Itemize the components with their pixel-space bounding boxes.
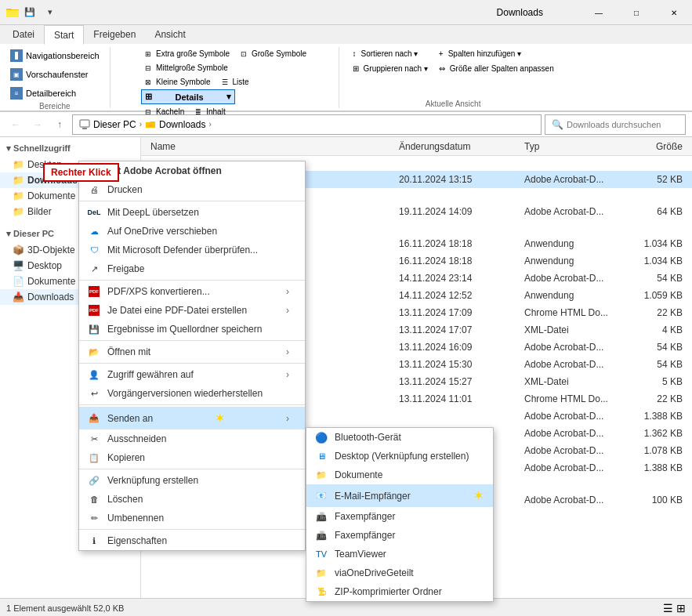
file-type-exe2: Anwendung <box>521 255 623 266</box>
ctx-properties[interactable]: ℹ Eigenschaften <box>79 531 305 550</box>
ctx-share[interactable]: ↗ Freigabe <box>79 259 305 278</box>
ctx-pdf-convert[interactable]: PDF PDF/XPS konvertieren... › <box>79 282 305 301</box>
svg-rect-4 <box>82 128 87 129</box>
ctx-open-acrobat[interactable]: A Mit Adobe Acrobat öffnen <box>79 161 305 180</box>
ctx-print[interactable]: 🖨 Drucken <box>79 180 305 199</box>
tab-start[interactable]: Start <box>44 25 84 45</box>
ctx-rename[interactable]: ✏ Umbenennen <box>79 509 305 527</box>
ribbon-btn-list[interactable]: ☰ Liste <box>218 75 253 89</box>
back-button[interactable]: ← <box>6 115 25 134</box>
ribbon-group-ansicht: ↕ Sortieren nach ▾ ⊞ Gruppieren nach ▾ +… <box>349 47 564 108</box>
ctx-deepl[interactable]: DeL Mit DeepL übersetzen <box>79 203 305 222</box>
ribbon-btn-extra-large[interactable]: ⊞ Extra große Symbole <box>141 47 234 60</box>
view-grid-btn[interactable]: ⊞ <box>676 602 686 614</box>
ctx-delete[interactable]: 🗑 Löschen <box>79 490 305 509</box>
ribbon-btn-small-sym[interactable]: ⊠ Kleine Symbole <box>141 75 214 89</box>
file-type-exe1: Anwendung <box>521 238 623 249</box>
close-button[interactable]: ✕ <box>656 0 692 25</box>
ribbon-btn-sort[interactable]: ↕ Sortieren nach ▾ <box>349 47 432 60</box>
submenu-fax1[interactable]: 📠 Faxempfänger <box>306 507 493 526</box>
ctx-cut[interactable]: ✂ Ausschneiden <box>79 429 305 448</box>
submenu-docs[interactable]: 📁 Dokumente <box>306 466 493 484</box>
search-input[interactable] <box>567 120 679 129</box>
qat-down[interactable]: ▾ <box>42 5 58 20</box>
ctx-sep-6 <box>79 469 305 469</box>
ctx-onedrive[interactable]: ☁ Auf OneDrive verschieben <box>79 222 305 241</box>
submenu-teamviewer[interactable]: TV TeamViewer <box>306 545 493 563</box>
file-type-xml1: XML-Datei <box>521 324 623 335</box>
arrow-icon-5: › <box>286 413 289 424</box>
col-header-name[interactable]: Name <box>147 141 396 152</box>
ribbon-btn-detail[interactable]: ≡ Detailbereich <box>6 85 80 102</box>
cut-icon: ✂ <box>87 432 101 446</box>
file-date-exe2: 16.11.2024 18:18 <box>396 255 521 266</box>
ctx-open-with[interactable]: 📂 Öffnen mit › <box>79 342 305 361</box>
nav-header-quick[interactable]: ▾ Schnellzugriff <box>0 140 140 157</box>
qat-save[interactable]: 💾 <box>22 5 38 20</box>
folder-icon-path <box>145 119 156 130</box>
minimize-button[interactable]: — <box>581 0 617 25</box>
ctx-grant-access[interactable]: 👤 Zugriff gewähren auf › <box>79 365 305 384</box>
file-date-xml1: 13.11.2024 17:07 <box>396 324 521 335</box>
tab-freigeben[interactable]: Freigeben <box>84 25 145 44</box>
submenu-fax2[interactable]: 📠 Faxempfänger <box>306 526 493 545</box>
ribbon-btn-preview[interactable]: ▣ Vorschaufenster <box>6 66 92 83</box>
file-date-pdf1: 20.11.2024 13:15 <box>396 174 521 185</box>
restore-icon: ↩ <box>87 386 101 400</box>
file-date-exe3: 14.11.2024 12:52 <box>396 290 521 301</box>
file-date-pdf5: 13.11.2024 15:30 <box>396 359 521 370</box>
ribbon-btn-medium[interactable]: ⊟ Mittelgroße Symbole <box>141 61 232 74</box>
search-box[interactable]: 🔍 <box>545 114 686 135</box>
address-path[interactable]: Dieser PC › Downloads › <box>72 114 542 135</box>
search-icon: 🔍 <box>552 119 563 130</box>
ctx-defender[interactable]: 🛡 Mit Microsoft Defender überprüfen... <box>79 241 305 259</box>
submenu-desktop[interactable]: 🖥 Desktop (Verknüpfung erstellen) <box>306 447 493 466</box>
file-date-pdf4: 13.11.2024 16:09 <box>396 342 521 353</box>
ctx-sep-1 <box>79 201 305 201</box>
col-header-type[interactable]: Typ <box>521 141 623 152</box>
ribbon-btn-add-col[interactable]: + Spalten hinzufügen ▾ <box>435 47 558 60</box>
ctx-save-results[interactable]: 💾 Ergebnisse im Quellordner speichern <box>79 320 305 339</box>
submenu-bluetooth[interactable]: 🔵 Bluetooth-Gerät <box>306 428 493 447</box>
ribbon-btn-details[interactable]: ⊞Details▾ <box>141 89 235 104</box>
up-button[interactable]: ↑ <box>50 115 69 134</box>
ribbon-btn-group[interactable]: ⊞ Gruppieren nach ▾ <box>349 62 432 75</box>
file-size-pdf8: 1.078 KB <box>623 445 686 456</box>
forward-button[interactable]: → <box>28 115 47 134</box>
bluetooth-icon: 🔵 <box>314 430 328 444</box>
ctx-restore[interactable]: ↩ Vorgängerversionen wiederherstellen <box>79 384 305 403</box>
file-size-html2: 22 KB <box>623 393 686 404</box>
ribbon-btn-fit-col[interactable]: ⇔ Größe aller Spalten anpassen <box>435 62 558 75</box>
print-icon: 🖨 <box>87 183 101 197</box>
submenu-zip[interactable]: 🗜 ZIP-komprimierter Ordner <box>306 582 493 601</box>
ctx-create-link[interactable]: 🔗 Verknüpfung erstellen <box>79 471 305 490</box>
onedrive-icon: ☁ <box>87 224 101 238</box>
copy-icon: 📋 <box>87 451 101 465</box>
group-label-bereiche: Bereiche <box>39 102 70 111</box>
file-type-html2: Chrome HTML Do... <box>521 393 623 404</box>
ctx-pdf-create[interactable]: PDF Je Datei eine PDF-Datei erstellen › <box>79 301 305 320</box>
ctx-copy[interactable]: 📋 Kopieren <box>79 448 305 467</box>
view-list-btn[interactable]: ☰ <box>663 602 673 614</box>
submenu-onedrive[interactable]: 📁 viaOneDriveGeteilt <box>306 563 493 582</box>
submenu-email[interactable]: 📧 E-Mail-Empfänger ✶ <box>306 484 493 507</box>
path-pc: Dieser PC <box>93 119 136 130</box>
file-size-pdf9: 1.388 KB <box>623 462 686 473</box>
ribbon-btn-large[interactable]: ⊡ Große Symbole <box>237 47 310 60</box>
status-text: 1 Element ausgewählt 52,0 KB <box>6 603 124 613</box>
ribbon-btn-nav[interactable]: Navigationsbereich <box>6 47 103 64</box>
save-icon: 💾 <box>87 322 101 336</box>
col-header-size[interactable]: Größe <box>623 141 686 152</box>
maximize-button[interactable]: □ <box>618 0 654 25</box>
file-size-pdf7: 1.362 KB <box>623 428 686 439</box>
tab-datei[interactable]: Datei <box>3 25 44 44</box>
tab-ansicht[interactable]: Ansicht <box>145 25 194 44</box>
rename-icon: ✏ <box>87 511 101 525</box>
ctx-send-to[interactable]: 📤 Senden an ✶ › <box>79 407 305 429</box>
ribbon-tab-list: Datei Start Freigeben Ansicht <box>0 25 692 44</box>
file-type-html1: Chrome HTML Do... <box>521 307 623 318</box>
pdf-convert-icon: PDF <box>87 284 101 299</box>
file-date-exe1: 16.11.2024 18:18 <box>396 238 521 249</box>
ribbon-group-layout: ⊞ Extra große Symbole ⊡ Große Symbole ⊟ … <box>120 47 339 108</box>
col-header-date[interactable]: Änderungsdatum <box>396 141 521 152</box>
